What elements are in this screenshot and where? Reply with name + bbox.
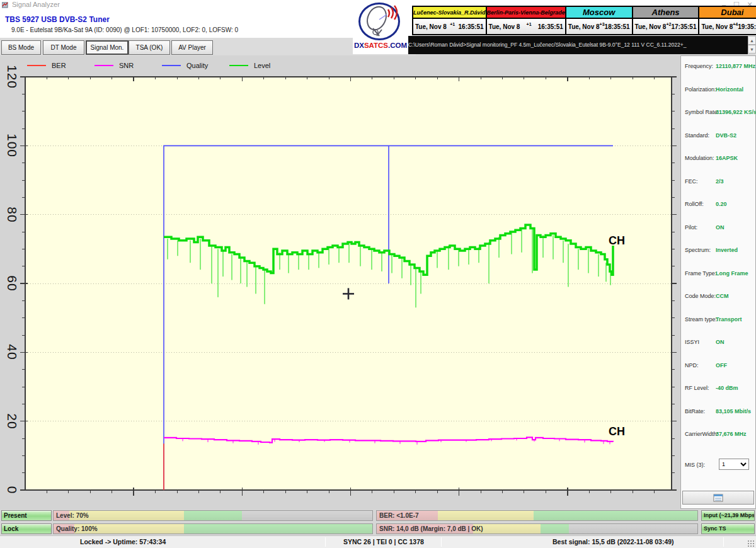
clock-date: Tue, Nov 8 — [415, 23, 447, 30]
meter-segment — [184, 524, 372, 534]
tab-tsa-ok-[interactable]: TSA (OK) — [129, 40, 170, 55]
legend-swatch-ber — [27, 65, 46, 66]
clock-name: Berlin-Paris-Vienna-Belgrade — [487, 7, 565, 19]
scroll-up-icon[interactable]: ▲ — [748, 36, 756, 45]
param-value: CCM — [716, 293, 729, 299]
status-best-signal: Best signal: 15,5 dB (2022-11-08 03:49) — [553, 538, 674, 545]
indicator-sync-ts: Sync TS — [701, 523, 755, 534]
scroll-down-icon[interactable]: ▼ — [748, 45, 756, 54]
logo-oval — [358, 3, 400, 40]
meter-segment — [541, 524, 570, 534]
logo-text-com: .COM — [388, 42, 407, 49]
clock-time-row: Tue, Nov 8+116:35:51 — [413, 19, 486, 34]
status-bar: Locked -> Uptime: 57:43:34 SYNC 26 | TEI… — [0, 535, 756, 548]
meter-segment — [438, 511, 534, 520]
clock-date: Tue, Nov 8 — [635, 23, 667, 30]
y-axis-label: 0 — [6, 476, 20, 505]
param-label: Polarization: — [685, 86, 716, 93]
clock-utc-offset: +3 — [600, 22, 605, 26]
clock-date: Tue, Nov 8 — [489, 23, 520, 30]
legend-swatch-level — [229, 65, 248, 66]
tab-dt-mode[interactable]: DT Mode — [43, 40, 84, 55]
channel-label: CH — [609, 234, 625, 247]
channel-label: CH — [609, 425, 625, 438]
clock-time-row: Tue, Nov 8+419:35:51 — [699, 19, 756, 34]
meter-segment — [242, 511, 372, 520]
param-value: Inverted — [716, 247, 738, 253]
tab-bs-mode[interactable]: BS Mode — [1, 40, 41, 55]
param-value: ON — [716, 339, 724, 345]
clock-date: Tue, Nov 8 — [568, 23, 600, 30]
app-icon — [2, 1, 9, 8]
window-title: Signal Analyzer — [12, 1, 60, 8]
clock-utc-offset: +1 — [520, 22, 537, 26]
y-axis-label: 120 — [6, 62, 20, 91]
meter-label: Quality: 100% — [56, 524, 98, 534]
clock-panel: AthensTue, Nov 8+217:35:51 — [633, 7, 699, 34]
param-value: 16APSK — [716, 155, 738, 161]
legend-swatch-quality — [162, 65, 181, 66]
param-label: Frequency: — [685, 63, 713, 69]
param-label: Standard: — [685, 132, 709, 139]
param-label: ISSYI — [685, 339, 699, 345]
signal-chart[interactable]: CHCH — [0, 55, 680, 509]
chart-area: CHCH BERSNRQualityLevel 020406080100120 — [0, 55, 680, 509]
clock-name: Lučenec-Slovakia_R.Dávid — [413, 7, 486, 19]
param-label: CarrierWidth: — [685, 431, 718, 437]
legend-label: BER — [52, 62, 66, 69]
clock-time-row: Tue, Nov 8+116:35:51 — [487, 19, 565, 34]
meter-segment — [184, 511, 241, 520]
meter-segment — [569, 524, 697, 534]
param-value: OFF — [716, 362, 727, 368]
param-value: Long Frame — [716, 270, 748, 277]
y-axis-label: 20 — [6, 407, 20, 436]
resize-grip[interactable] — [747, 540, 755, 547]
tuner-title: TBS 5927 USB DVB-S2 Tuner — [5, 15, 110, 24]
y-axis-label: 60 — [6, 269, 20, 298]
clock-panel: MoscowTue, Nov 8+318:35:51 — [566, 7, 632, 34]
console-window[interactable]: C:\Users\Roman Dávid>Signal monitoring_P… — [406, 36, 748, 54]
logo-text: DXSATCS.COM — [353, 42, 408, 49]
mis-select[interactable]: 1 — [719, 459, 749, 470]
legend-label: Quality — [186, 62, 208, 69]
param-label: BitRate: — [685, 408, 705, 414]
param-value: 12110,877 MHz — [716, 63, 755, 69]
param-label: Modulation: — [685, 155, 714, 161]
meter-label: SNR: 14,0 dB (Margin: 7,0 dB | OK) — [379, 524, 483, 534]
status-separator — [723, 537, 724, 547]
logo-text-satcs: SATCS — [364, 42, 388, 49]
param-label: RollOff: — [685, 201, 704, 207]
param-value: 0.20 — [716, 201, 727, 207]
clock-time-row: Tue, Nov 8+217:35:51 — [633, 19, 699, 34]
param-value: ON — [716, 224, 724, 231]
legend-label: Level — [254, 62, 270, 69]
param-value: -40 dBm — [716, 385, 738, 391]
param-value: 2/3 — [716, 178, 724, 185]
y-axis-label: 100 — [6, 131, 20, 160]
clock-name: Dubai — [699, 7, 756, 19]
status-counters: SYNC 26 | TEI 0 | CC 1378 — [343, 538, 424, 545]
signal-analyzer-window: Signal Analyzer – ☐ ✕ TBS 5927 USB DVB-S… — [0, 0, 756, 548]
param-value: 37,676 MHz — [716, 431, 747, 437]
param-value: 83,105 Mbit/s — [716, 408, 751, 414]
legend-item: Level — [229, 60, 270, 71]
logo-text-dx: DX — [354, 42, 364, 49]
meter-level: Level: 70% — [53, 510, 373, 521]
tab-av-player[interactable]: AV Player — [171, 40, 213, 55]
meter-label: BER: <1.0E-7 — [379, 511, 419, 520]
param-value: DVB-S2 — [716, 132, 736, 139]
indicator-present: Present — [1, 510, 52, 521]
clock-utc-offset: +2 — [666, 22, 671, 26]
panel-list-button[interactable] — [682, 491, 754, 505]
indicator-lock: Lock — [1, 523, 52, 534]
clock-time: 16:35:51 — [538, 23, 563, 30]
tab-signal-mon-[interactable]: Signal Mon. — [86, 40, 129, 55]
dxsatcs-logo: DXSATCS.COM — [353, 1, 408, 54]
legend-label: SNR — [119, 62, 134, 69]
clock-time: 16:35:51 — [459, 23, 484, 30]
indicator-input-21-39-mbps-: Input (~21,39 Mbps) — [701, 510, 755, 521]
status-separator — [325, 537, 326, 547]
param-label: Spectrum: — [685, 247, 711, 253]
param-label: NPD: — [685, 362, 699, 368]
clock-utc-offset: +4 — [733, 22, 738, 26]
